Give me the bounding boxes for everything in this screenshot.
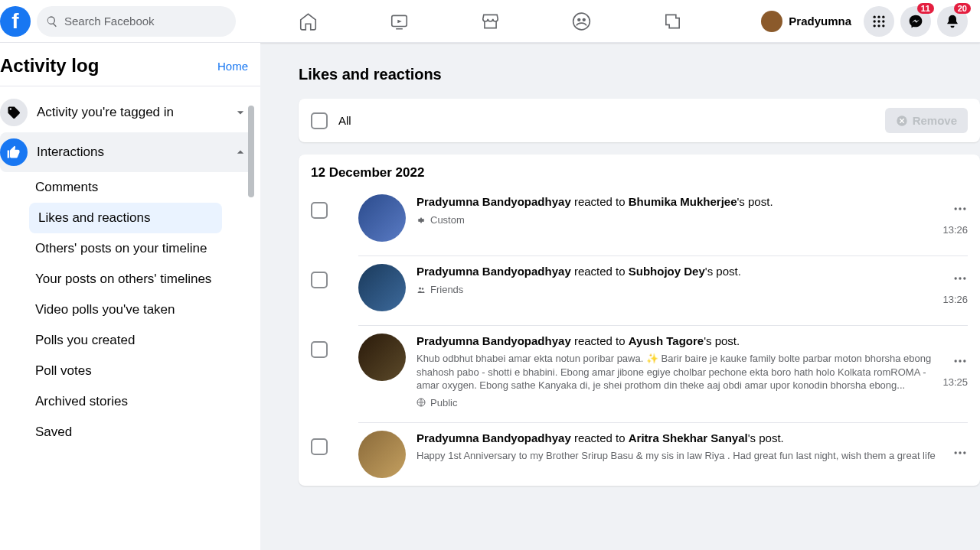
actor-name[interactable]: Pradyumna Bandyopadhyay [416, 195, 571, 208]
activity-item: Pradyumna Bandyopadhyay reacted to Ayush… [299, 326, 980, 416]
messenger-badge: 11 [917, 3, 934, 14]
target-name[interactable]: Subhojoy Dey [629, 265, 705, 278]
more-icon [952, 353, 968, 369]
sidebar-sub-poll-votes[interactable]: Poll votes [0, 356, 254, 386]
svg-point-23 [955, 360, 957, 363]
facebook-logo[interactable]: f [0, 6, 31, 37]
more-icon [952, 271, 968, 286]
item-more-button[interactable] [952, 445, 968, 464]
svg-point-10 [874, 24, 876, 27]
item-avatar[interactable] [358, 194, 406, 242]
sidebar-item-tagged[interactable]: Activity you're tagged in [0, 93, 254, 132]
item-checkbox[interactable] [311, 202, 328, 219]
svg-point-19 [955, 277, 957, 279]
item-title: Pradyumna Bandyopadhyay reacted to Subho… [416, 264, 933, 279]
sidebar-sub-others-posts[interactable]: Others' posts on your timeline [0, 233, 254, 264]
sidebar-sub-your-posts[interactable]: Your posts on others' timelines [0, 264, 254, 295]
actor-name[interactable]: Pradyumna Bandyopadhyay [416, 334, 571, 347]
like-icon [0, 138, 28, 166]
target-name[interactable]: Bhumika Mukherjee [629, 195, 737, 208]
messenger-button[interactable]: 11 [900, 6, 931, 37]
chevron-down-icon [233, 105, 248, 120]
nav-watch[interactable] [357, 2, 442, 41]
sidebar-sub-likes-reactions[interactable]: Likes and reactions [29, 203, 222, 233]
item-time: 13:25 [942, 376, 968, 388]
nav-groups[interactable] [539, 2, 624, 41]
sidebar-sub-saved[interactable]: Saved [0, 417, 254, 447]
svg-point-14 [955, 207, 957, 210]
svg-point-6 [882, 15, 884, 18]
svg-point-27 [959, 451, 961, 454]
content-heading: Likes and reactions [299, 66, 980, 83]
target-name[interactable]: Ayush Tagore [629, 334, 704, 347]
item-body: Pradyumna Bandyopadhyay reacted to Ayush… [416, 334, 933, 408]
joiner: reacted to [571, 334, 629, 347]
gaming-icon [662, 11, 682, 31]
actor-name[interactable]: Pradyumna Bandyopadhyay [416, 265, 571, 278]
scrollbar[interactable] [248, 106, 254, 197]
svg-point-20 [959, 277, 961, 279]
profile-name: Pradyumna [789, 15, 851, 28]
search-input[interactable]: Search Facebook [37, 6, 236, 37]
home-link[interactable]: Home [217, 60, 248, 73]
sidebar-sub-video-polls[interactable]: Video polls you've taken [0, 295, 254, 325]
actor-name[interactable]: Pradyumna Bandyopadhyay [416, 431, 571, 444]
svg-point-17 [419, 287, 421, 289]
select-all-checkbox[interactable] [311, 112, 328, 129]
sidebar-sub-comments[interactable]: Comments [0, 172, 254, 203]
profile-chip[interactable]: Pradyumna [758, 8, 858, 35]
divider [0, 86, 260, 86]
sidebar-item-interactions[interactable]: Interactions [0, 132, 254, 172]
item-avatar[interactable] [358, 431, 406, 478]
svg-point-11 [877, 24, 880, 27]
sidebar-sub-archived-stories[interactable]: Archived stories [0, 386, 254, 417]
nav-home[interactable] [266, 2, 351, 41]
activity-item: Pradyumna Bandyopadhyay reacted to Aritr… [299, 423, 980, 486]
sidebar-item-label: Interactions [37, 145, 233, 160]
item-avatar[interactable] [358, 264, 406, 311]
item-checkbox[interactable] [311, 341, 328, 358]
notifications-button[interactable]: 20 [937, 6, 968, 37]
top-header: f Search Facebook Pradyumna 11 20 [0, 0, 980, 43]
item-avatar[interactable] [358, 334, 406, 381]
remove-button[interactable]: Remove [885, 108, 968, 133]
groups-icon [571, 11, 591, 31]
target-name[interactable]: Aritra Shekhar Sanyal [629, 431, 748, 444]
nav-marketplace[interactable] [448, 2, 533, 41]
marketplace-icon [480, 11, 500, 31]
item-time: 13:26 [942, 224, 968, 236]
item-privacy: Custom [416, 214, 933, 226]
menu-button[interactable] [864, 6, 894, 37]
select-all-row: All Remove [299, 99, 980, 142]
item-more-button[interactable] [952, 271, 968, 289]
remove-label: Remove [913, 114, 957, 127]
svg-point-8 [877, 20, 880, 22]
avatar [761, 11, 782, 32]
grid-icon [871, 14, 887, 29]
item-body: Pradyumna Bandyopadhyay reacted to Subho… [416, 264, 933, 311]
svg-point-12 [882, 24, 884, 27]
sidebar-item-label: Activity you're tagged in [37, 105, 233, 120]
svg-point-16 [963, 207, 965, 210]
item-more-button[interactable] [952, 353, 968, 372]
suffix: 's post. [705, 265, 741, 278]
activity-item: Pradyumna Bandyopadhyay reacted to Subho… [299, 256, 980, 319]
main-content: Likes and reactions All Remove 12 Decemb… [260, 43, 980, 550]
privacy-label: Public [430, 397, 457, 408]
notifications-badge: 20 [954, 3, 971, 14]
svg-point-3 [582, 18, 585, 21]
suffix: 's post. [748, 431, 784, 444]
close-circle-icon [896, 115, 908, 127]
messenger-icon [908, 14, 923, 29]
svg-point-15 [959, 207, 961, 210]
item-checkbox[interactable] [311, 272, 328, 288]
item-title: Pradyumna Bandyopadhyay reacted to Aritr… [416, 431, 943, 446]
nav-gaming[interactable] [630, 2, 715, 41]
sidebar-sub-polls-created[interactable]: Polls you created [0, 325, 254, 356]
more-icon [952, 445, 968, 461]
item-more-button[interactable] [952, 201, 968, 220]
item-title: Pradyumna Bandyopadhyay reacted to Bhumi… [416, 194, 933, 210]
joiner: reacted to [571, 431, 629, 444]
svg-point-7 [874, 20, 876, 22]
item-checkbox[interactable] [311, 438, 328, 455]
